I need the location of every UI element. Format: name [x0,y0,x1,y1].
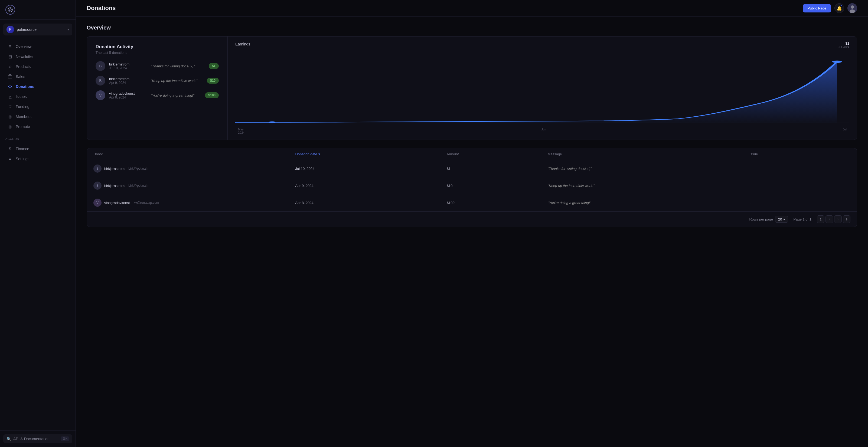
th-amount: Amount [447,152,548,156]
activity-title: Donation Activity [96,44,219,50]
td-email-1: birk@polar.sh [128,184,148,188]
th-donor: Donor [93,152,296,156]
chart-x-labels: May2024 Jun Jul [235,128,849,134]
donor-date-0: Jul 10, 2024 [109,66,147,70]
sidebar-item-settings[interactable]: ≡ Settings [2,154,73,164]
td-message-1: "Keep up the incredible work!" [548,184,750,188]
account-section-label: ACCOUNT [0,134,75,141]
earnings-chart-svg [235,50,849,126]
donor-date-1: Apr 9, 2024 [109,81,147,85]
table-row: V vinogradovkonst kv@runacap.com Apr 8, … [87,194,857,211]
svg-point-7 [832,61,842,63]
first-page-button[interactable]: ⟪ [817,215,825,223]
sidebar-label-promote: Promote [16,125,30,129]
earnings-peak-value: $1 [838,41,849,45]
search-icon: 🔍 [6,437,11,441]
td-avatar-1: B [93,182,101,190]
svg-point-8 [268,122,276,123]
sidebar-item-sales[interactable]: Sales [2,72,73,82]
sidebar-label-overview: Overview [16,44,31,49]
api-docs-button[interactable]: 🔍 API & Documentation ⌘K [3,434,72,443]
donation-message-1: "Keep up the incredible work!" [151,79,203,83]
td-donor-2: V vinogradovkonst kv@runacap.com [93,199,296,207]
account-nav: $ Finance ≡ Settings [0,141,75,166]
finance-icon: $ [7,147,12,151]
earnings-chart-panel: Earnings $1 Jul 2024 [228,36,857,139]
sidebar-label-finance: Finance [16,147,29,151]
pagination-bar: Rows per page 20 ▾ Page 1 of 1 ⟪ ‹ › ⟫ [87,211,857,227]
chart-label-jun: Jun [541,128,546,134]
donation-row-2: V vinogradovkonst Apr 8, 2024 "You're do… [96,90,219,100]
chart-label-jul: Jul [843,128,847,134]
sidebar-label-settings: Settings [16,157,30,161]
donor-info-2: vinogradovkonst Apr 8, 2024 [109,92,147,99]
prev-page-button[interactable]: ‹ [826,215,833,223]
donor-name-0: birkjernstrom [109,62,147,66]
sidebar-label-issues: Issues [16,94,27,99]
sidebar-item-newsletter[interactable]: ▤ Newsletter [2,52,73,61]
main-content: Donations Public Page 🔔 Overview Donatio [76,0,868,447]
th-donation-date[interactable]: Donation date ▾ [296,152,447,156]
page-info: Page 1 of 1 [794,217,812,221]
svg-rect-2 [8,75,12,78]
td-avatar-0: B [93,164,101,172]
sidebar-label-donations: Donations [16,85,34,89]
donor-info-1: birkjernstrom Apr 9, 2024 [109,77,147,85]
notifications-button[interactable]: 🔔 [834,3,844,13]
content-area: Overview Donation Activity The last 5 do… [76,17,868,447]
next-page-button[interactable]: › [834,215,842,223]
donation-row-0: B birkjernstrom Jul 10, 2024 "Thanks for… [96,61,219,71]
sidebar-item-funding[interactable]: ♡ Funding [2,102,73,111]
sales-icon [7,74,12,79]
api-docs-label: API & Documentation [13,437,50,441]
td-amount-0: $1 [447,167,548,171]
rpp-value: 20 [778,217,782,221]
td-email-0: birk@polar.sh [128,167,148,170]
donor-name-2: vinogradovkonst [109,92,147,96]
sidebar-item-finance[interactable]: $ Finance [2,144,73,154]
td-issue-0: - [749,167,850,171]
sidebar-item-issues[interactable]: △ Issues [2,92,73,101]
td-date-0: Jul 10, 2024 [296,167,447,171]
sidebar-item-overview[interactable]: ⊞ Overview [2,42,73,52]
sidebar-item-promote[interactable]: ◎ Promote [2,122,73,131]
td-amount-2: $100 [447,201,548,205]
rpp-select[interactable]: 20 ▾ [775,216,788,223]
chevron-down-icon: ▾ [67,28,69,31]
page-navigation: ⟪ ‹ › ⟫ [817,215,850,223]
sidebar-item-donations[interactable]: Donations [2,82,73,92]
sidebar-label-products: Products [16,64,31,69]
td-message-0: "Thanks for writing docs! :-)" [548,167,750,171]
td-message-2: "You're doing a great thing!" [548,201,750,205]
org-selector[interactable]: P polarsource ▾ [3,24,72,35]
td-avatar-2: V [93,199,101,207]
earnings-peak-date: Jul 2024 [838,45,849,49]
sidebar-label-members: Members [16,115,31,119]
sidebar-bottom: 🔍 API & Documentation ⌘K [0,430,75,447]
td-date-1: Apr 9, 2024 [296,184,447,188]
user-avatar-button[interactable] [847,3,857,13]
sidebar-item-products[interactable]: ◇ Products [2,62,73,71]
last-page-button[interactable]: ⟫ [843,215,850,223]
svg-point-1 [9,9,11,11]
td-name-0: birkjernstrom [104,167,125,171]
sidebar-item-members[interactable]: ◎ Members [2,112,73,122]
svg-point-4 [851,5,854,9]
donation-amount-0: $1 [209,63,219,69]
public-page-button[interactable]: Public Page [803,4,831,12]
th-issue: Issue [749,152,850,156]
sidebar-label-funding: Funding [16,104,30,109]
donor-avatar-2: V [96,90,105,100]
org-name: polarsource [17,27,65,32]
donation-amount-1: $10 [207,78,219,84]
notification-dot [841,5,843,7]
settings-icon: ≡ [7,156,12,161]
logo-icon [5,5,15,14]
donation-message-0: "Thanks for writing docs! :-)" [151,64,205,68]
overview-icon: ⊞ [7,44,12,49]
issues-icon: △ [7,94,12,99]
table-header: Donor Donation date ▾ Amount Message Iss… [87,148,857,160]
donor-info-0: birkjernstrom Jul 10, 2024 [109,62,147,70]
donor-name-1: birkjernstrom [109,77,147,81]
td-email-2: kv@runacap.com [134,201,159,204]
